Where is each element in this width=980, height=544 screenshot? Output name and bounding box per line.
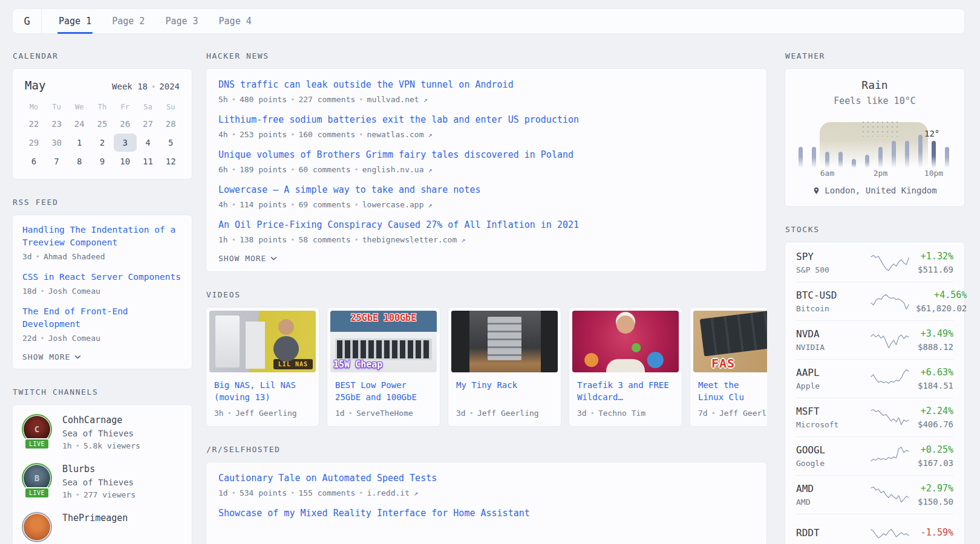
calendar-day[interactable]: 7 <box>45 152 68 170</box>
news-item-title[interactable]: Lithium-free sodium batteries exit the l… <box>218 114 754 126</box>
channel-info: ThePrimeagen <box>62 513 128 544</box>
stock-row[interactable]: MSFTMicrosoft+2.24%$406.76 <box>796 398 953 436</box>
hackernews-show-more-button[interactable]: SHOW MORE <box>218 254 754 263</box>
meta-text: 1d <box>335 409 345 418</box>
stock-symbol-block: AMDAMD <box>796 483 864 507</box>
stock-row[interactable]: BTC-USDBitcoin+4.56%$61,820.02 <box>796 282 953 320</box>
calendar-day[interactable]: 25 <box>91 115 114 133</box>
video-card[interactable]: LIL NASBig NAS, Lil NAS (moving 13)3h•Je… <box>206 307 319 427</box>
tab-page-4[interactable]: Page 4 <box>218 9 253 33</box>
calendar-day[interactable]: 27 <box>137 115 160 133</box>
calendar-day[interactable]: 9 <box>91 152 114 170</box>
twitch-channel-row[interactable]: ThePrimeagen <box>22 513 182 544</box>
twitch-channel-row[interactable]: BLIVEBlurbsSea of Thieves1h•277 viewers <box>22 464 182 499</box>
rss-item: CSS in React Server Components18d•Josh C… <box>22 271 182 296</box>
channel-info: CohhCarnageSea of Thieves1h•5.8k viewers <box>62 415 140 450</box>
meta-text: 18d <box>22 287 36 296</box>
video-title[interactable]: Big NAS, Lil NAS (moving 13) <box>214 379 311 403</box>
stock-name: Google <box>796 459 864 468</box>
twitch-channel-row[interactable]: CLIVECohhCarnageSea of Thieves1h•5.8k vi… <box>22 415 182 450</box>
weather-bar <box>865 155 869 168</box>
calendar-day[interactable]: 8 <box>68 152 91 170</box>
separator-dot: • <box>40 334 44 343</box>
calendar-day[interactable]: 12 <box>159 152 182 170</box>
weather-location: London, United Kingdom <box>796 186 953 195</box>
video-card[interactable]: My Tiny Rack3d•Jeff Geerling <box>448 307 561 427</box>
video-card[interactable]: FASMeet the Linux Clu7d•Jeff Geerling <box>690 307 767 427</box>
calendar-day[interactable]: 24 <box>68 115 91 133</box>
stock-ticker: SPY <box>796 251 864 262</box>
separator-dot: • <box>232 166 236 174</box>
calendar-day[interactable]: 29 <box>22 134 45 152</box>
rss-item-title[interactable]: CSS in React Server Components <box>22 271 182 283</box>
news-item: Unique volumes of Brothers Grimm fairy t… <box>218 149 754 174</box>
channel-meta: 1h•5.8k viewers <box>62 441 140 450</box>
video-title[interactable]: Traefik 3 and FREE Wildcard… <box>577 379 674 403</box>
calendar-day[interactable]: 22 <box>22 115 45 133</box>
meta-text: Ahmad Shadeed <box>44 252 105 261</box>
video-card-row: LIL NASBig NAS, Lil NAS (moving 13)3h•Je… <box>206 307 767 427</box>
calendar-day[interactable]: 10 <box>114 152 137 170</box>
stock-row[interactable]: RDDT-1.59% <box>796 514 953 544</box>
news-item: Lowercase – A simple way to take and sha… <box>218 184 754 209</box>
stock-price: $511.69 <box>916 265 953 274</box>
meta-text: 5.8k viewers <box>83 441 140 450</box>
meta-text: 1h <box>218 235 228 244</box>
stock-row[interactable]: SPYS&P 500+1.32%$511.69 <box>796 244 953 282</box>
meta-text: 3h <box>214 409 224 418</box>
tab-page-1[interactable]: Page 1 <box>57 9 93 33</box>
news-item-title[interactable]: Unique volumes of Brothers Grimm fairy t… <box>218 149 754 161</box>
calendar-day[interactable]: 23 <box>45 115 68 133</box>
weather-hourly-chart: 12°6am2pm10pm <box>796 115 955 178</box>
news-item-title[interactable]: Cautionary Tale on Automated Speed Tests <box>218 472 754 485</box>
video-thumbnail: 25GbE 100GbE15W Cheap <box>330 311 437 372</box>
twitch-card: CLIVECohhCarnageSea of Thieves1h•5.8k vi… <box>12 404 192 544</box>
video-title[interactable]: BEST Low Power 25GbE and 100GbE Switch… <box>335 379 432 403</box>
stock-name: NVIDIA <box>796 343 864 352</box>
sparkline-chart <box>869 329 911 351</box>
news-item-title[interactable]: Showcase of my Mixed Reality Interface f… <box>218 507 754 520</box>
separator-dot: • <box>590 409 595 418</box>
hackernews-card: DNS traffic can leak outside the VPN tun… <box>206 68 767 272</box>
calendar-day[interactable]: 11 <box>137 152 160 170</box>
calendar-day[interactable]: 28 <box>159 115 182 133</box>
stock-row[interactable]: NVDANVIDIA+3.49%$888.12 <box>796 320 953 359</box>
stock-ticker: GOOGL <box>796 444 864 456</box>
external-link-icon: ↗ <box>461 236 465 244</box>
news-item-title[interactable]: An Oil Price-Fixing Conspiracy Caused 27… <box>218 219 754 232</box>
stock-values: +4.56%$61,820.02 <box>916 290 967 313</box>
calendar-day[interactable]: 6 <box>22 152 45 170</box>
calendar-day[interactable]: 1 <box>68 134 91 152</box>
video-card[interactable]: 25GbE 100GbE15W CheapBEST Low Power 25Gb… <box>327 307 440 427</box>
video-title[interactable]: Meet the Linux Clu <box>698 379 767 403</box>
tab-page-2[interactable]: Page 2 <box>111 9 146 33</box>
tab-page-3[interactable]: Page 3 <box>164 9 199 33</box>
live-badge: LIVE <box>24 487 50 499</box>
rss-item-title[interactable]: Handling The Indentation of a Treeview C… <box>22 224 182 249</box>
meta-text: 114 points <box>240 200 287 209</box>
video-title[interactable]: My Tiny Rack <box>456 379 553 403</box>
calendar-day[interactable]: 4 <box>137 134 160 152</box>
meta-text: 6h <box>218 165 228 174</box>
video-card[interactable]: Traefik 3 and FREE Wildcard…3d•Techno Ti… <box>569 307 682 427</box>
stock-row[interactable]: AAPLApple+6.63%$184.51 <box>796 359 953 398</box>
app-logo[interactable]: G <box>13 9 42 33</box>
meta-text: 189 points <box>240 165 287 174</box>
calendar-year: 2024 <box>159 82 180 91</box>
rss-card: Handling The Indentation of a Treeview C… <box>12 215 192 369</box>
calendar-day[interactable]: 26 <box>114 115 137 133</box>
dashboard: CALENDAR May Week 18•2024 MoTuWeThFrSaSu… <box>0 51 980 544</box>
calendar-day[interactable]: 30 <box>45 134 68 152</box>
calendar-day[interactable]: 2 <box>91 134 114 152</box>
meta-text: 534 points <box>240 488 287 497</box>
stock-row[interactable]: GOOGLGoogle+0.25%$167.03 <box>796 436 953 475</box>
rss-show-more-button[interactable]: SHOW MORE <box>22 352 182 361</box>
video-thumbnail: LIL NAS <box>209 311 316 372</box>
calendar-day[interactable]: 5 <box>159 134 182 152</box>
meta-text: Techno Tim <box>598 409 645 418</box>
rss-item-title[interactable]: The End of Front-End Development <box>22 305 182 331</box>
news-item-title[interactable]: Lowercase – A simple way to take and sha… <box>218 184 754 196</box>
calendar-day[interactable]: 3 <box>114 134 137 152</box>
news-item-title[interactable]: DNS traffic can leak outside the VPN tun… <box>218 79 754 91</box>
stock-row[interactable]: AMDAMD+2.97%$150.50 <box>796 475 953 514</box>
